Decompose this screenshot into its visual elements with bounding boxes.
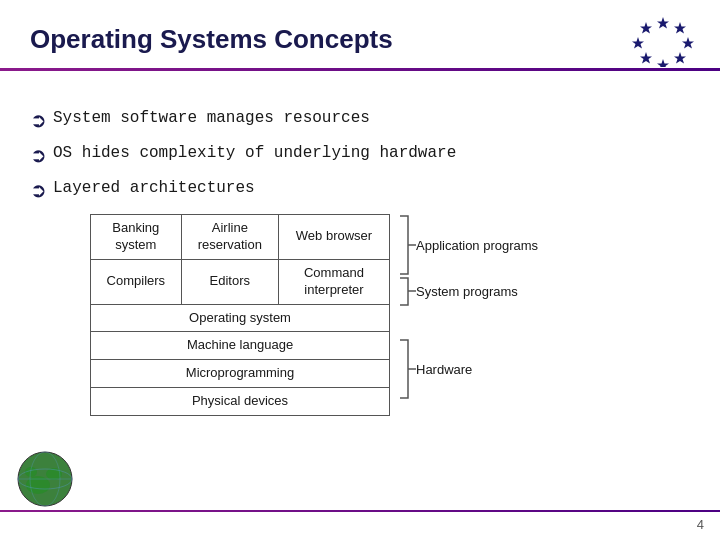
bracket-app-svg xyxy=(398,214,416,276)
table-row: Bankingsystem Airlinereservation Web bro… xyxy=(91,215,390,260)
svg-marker-4 xyxy=(657,59,669,67)
svg-marker-1 xyxy=(674,22,686,34)
bracket-sys-svg xyxy=(398,276,416,307)
bracket-hw-label: Hardware xyxy=(416,362,472,377)
globe-icon xyxy=(16,450,74,508)
svg-marker-3 xyxy=(674,52,686,64)
cell-machinelang: Machine language xyxy=(91,332,390,360)
cell-os: Operating system xyxy=(91,304,390,332)
svg-marker-5 xyxy=(640,52,652,64)
cell-physical: Physical devices xyxy=(91,388,390,416)
bullet-arrow-2: ➲ xyxy=(30,143,47,167)
bullet-text-2: OS hides complexity of underlying hardwa… xyxy=(53,142,456,164)
cell-command: Commandinterpreter xyxy=(278,259,389,304)
bottom-decorative-line xyxy=(0,510,720,512)
bullet-item-2: ➲ OS hides complexity of underlying hard… xyxy=(30,142,690,167)
bullet-arrow-3: ➲ xyxy=(30,178,47,202)
table-row: Physical devices xyxy=(91,388,390,416)
bracket-hw: Hardware xyxy=(398,338,538,400)
top-decorative-line xyxy=(0,68,720,71)
globe-area xyxy=(16,450,74,508)
svg-marker-0 xyxy=(657,17,669,29)
slide-title: Operating Systems Concepts xyxy=(30,24,690,55)
bullet-text-1: System software manages resources xyxy=(53,107,370,129)
cell-micro: Microprogramming xyxy=(91,360,390,388)
table-row: Operating system xyxy=(91,304,390,332)
title-area: Operating Systems Concepts xyxy=(30,24,690,55)
eu-logo xyxy=(628,12,698,67)
bracket-app: Application programs xyxy=(398,214,538,276)
bullet-arrow-1: ➲ xyxy=(30,108,47,132)
svg-marker-2 xyxy=(682,37,694,49)
cell-airline: Airlinereservation xyxy=(181,215,278,260)
content-area: ➲ System software manages resources ➲ OS… xyxy=(30,107,690,416)
bracket-app-label: Application programs xyxy=(416,238,538,253)
bracket-hw-svg xyxy=(398,338,416,400)
bracket-labels: Application programs System programs xyxy=(398,214,538,400)
bracket-sys: System programs xyxy=(398,276,538,307)
bullet-item-1: ➲ System software manages resources xyxy=(30,107,690,132)
table-row: Microprogramming xyxy=(91,360,390,388)
diagram-container: Bankingsystem Airlinereservation Web bro… xyxy=(90,214,690,416)
cell-banking: Bankingsystem xyxy=(91,215,182,260)
bracket-sys-label: System programs xyxy=(416,284,518,299)
svg-marker-7 xyxy=(640,22,652,34)
table-row: Compilers Editors Commandinterpreter xyxy=(91,259,390,304)
cell-webbrowser: Web browser xyxy=(278,215,389,260)
svg-marker-6 xyxy=(632,37,644,49)
diagram-table: Bankingsystem Airlinereservation Web bro… xyxy=(90,214,390,416)
slide: Operating Systems Concepts ➲ System soft… xyxy=(0,0,720,540)
diagram-table-wrapper: Bankingsystem Airlinereservation Web bro… xyxy=(90,214,390,416)
cell-compilers: Compilers xyxy=(91,259,182,304)
bracket-spacer xyxy=(398,307,538,338)
bullet-text-3: Layered architectures xyxy=(53,177,255,199)
bullet-item-3: ➲ Layered architectures xyxy=(30,177,690,202)
table-row: Machine language xyxy=(91,332,390,360)
cell-editors: Editors xyxy=(181,259,278,304)
page-number: 4 xyxy=(697,517,704,532)
